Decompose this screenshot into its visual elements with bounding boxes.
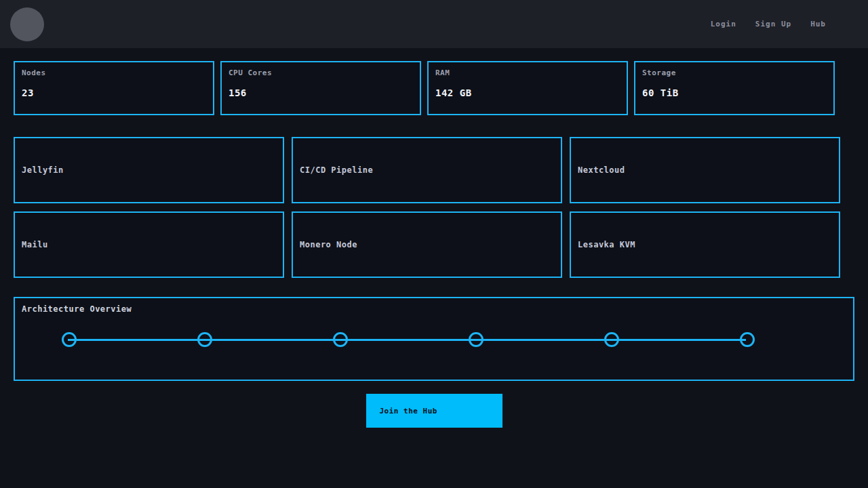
service-card-jellyfin[interactable]: Jellyfin	[14, 137, 284, 203]
avatar[interactable]	[10, 7, 44, 41]
main-content: Nodes 23 CPU Cores 156 RAM 142 GB Storag…	[0, 61, 868, 428]
stat-label: Storage	[642, 68, 827, 77]
stat-value: 60 TiB	[642, 87, 827, 98]
service-name: Nextcloud	[578, 165, 625, 175]
join-hub-button[interactable]: Join the Hub	[366, 394, 502, 428]
architecture-node-circle	[740, 332, 755, 347]
service-name: Mailu	[22, 240, 48, 249]
stat-label: RAM	[435, 68, 620, 77]
nav-link-sign-up[interactable]: Sign Up	[755, 20, 791, 28]
service-name: CI/CD Pipeline	[300, 165, 373, 175]
stat-card-cpu-cores: CPU Cores 156	[220, 61, 421, 115]
architecture-node-circle	[62, 332, 77, 347]
stat-label: CPU Cores	[229, 68, 413, 77]
stat-card-ram: RAM 142 GB	[427, 61, 628, 115]
nav-links: Login Sign Up Hub	[711, 20, 868, 28]
stat-card-nodes: Nodes 23	[14, 61, 214, 115]
architecture-node-circle	[197, 332, 212, 347]
service-name: Jellyfin	[22, 165, 64, 175]
stat-card-storage: Storage 60 TiB	[634, 61, 835, 115]
service-card-monero-node[interactable]: Monero Node	[292, 211, 562, 278]
stat-label: Nodes	[22, 68, 206, 77]
architecture-title: Architecture Overview	[22, 304, 846, 314]
nav-link-login[interactable]: Login	[711, 20, 736, 28]
services-grid: Jellyfin CI/CD Pipeline Nextcloud Mailu …	[14, 137, 854, 278]
architecture-overview-panel: Architecture Overview	[14, 297, 854, 381]
architecture-node-circle	[604, 332, 619, 347]
cta-container: Join the Hub	[14, 394, 854, 428]
service-card-mailu[interactable]: Mailu	[14, 211, 284, 278]
stat-value: 156	[229, 87, 413, 98]
stat-value: 23	[22, 87, 206, 98]
architecture-node-circle	[469, 332, 484, 347]
navbar: Login Sign Up Hub	[0, 0, 868, 48]
architecture-node-circle	[333, 332, 348, 347]
architecture-connector-line	[68, 339, 746, 341]
stats-grid: Nodes 23 CPU Cores 156 RAM 142 GB Storag…	[14, 61, 854, 115]
service-name: Monero Node	[300, 240, 357, 249]
service-name: Lesavka KVM	[578, 240, 635, 249]
stat-value: 142 GB	[435, 87, 620, 98]
service-card-cicd-pipeline[interactable]: CI/CD Pipeline	[292, 137, 562, 203]
nav-link-hub[interactable]: Hub	[810, 20, 826, 28]
service-card-nextcloud[interactable]: Nextcloud	[570, 137, 840, 203]
service-card-lesavka-kvm[interactable]: Lesavka KVM	[570, 211, 840, 278]
